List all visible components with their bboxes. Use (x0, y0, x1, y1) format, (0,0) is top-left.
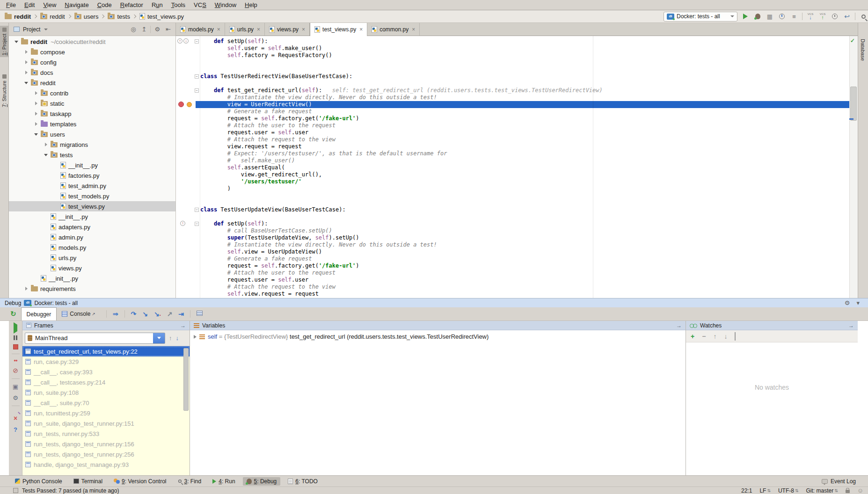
debug-tab-debugger[interactable]: Debugger (21, 307, 57, 320)
code-line[interactable]: request = self.factory.get('/fake-url') (200, 262, 849, 269)
toolwindow-terminal[interactable]: Terminal (70, 477, 106, 486)
toolwindow-event-log[interactable]: Event Log (831, 478, 856, 485)
stack-frame[interactable]: run, suite.py:108 (22, 387, 190, 398)
running-processes-button[interactable]: ≡ (790, 12, 798, 21)
intention-bulb-icon[interactable] (187, 102, 192, 107)
code-line[interactable] (200, 192, 849, 199)
move-watch-down-button[interactable]: ↓ (724, 333, 727, 340)
move-watch-up-button[interactable]: ↑ (713, 333, 716, 340)
stack-frame[interactable]: test_get_redirect_url, test_views.py:22 (22, 346, 190, 356)
code-line[interactable]: class TestUserRedirectView(BaseUserTestC… (200, 73, 849, 80)
run-button[interactable] (741, 12, 750, 21)
tree-item-__init__.py[interactable]: __init__.py (9, 273, 175, 283)
project-panel-title[interactable]: Project (23, 26, 40, 33)
tree-collapse-icon[interactable] (44, 153, 49, 157)
frame-up-button[interactable]: ↑ (169, 334, 172, 341)
stack-frame[interactable]: run_tests, runner.py:533 (22, 429, 190, 439)
profiler-button[interactable] (778, 12, 786, 21)
code-line[interactable]: view.request = request (200, 143, 849, 150)
menu-item-edit[interactable]: Edit (20, 0, 39, 9)
show-execution-point-button[interactable]: ⇒ (113, 310, 118, 318)
code-line[interactable] (200, 59, 849, 66)
code-line[interactable]: # Instantiate the view directly. Never d… (200, 241, 849, 248)
breadcrumb-item-users[interactable]: users (73, 13, 100, 20)
toolwindow-button-database[interactable]: Database (860, 39, 866, 61)
breadcrumb-item-reddit[interactable]: reddit (39, 13, 66, 20)
lock-icon[interactable] (846, 490, 850, 493)
menu-item-code[interactable]: Code (93, 0, 116, 9)
status-git-branch[interactable]: Git: master⇅ (806, 487, 838, 494)
mute-breakpoints-button[interactable]: ⊘ (13, 367, 18, 374)
evaluate-expression-button[interactable] (197, 311, 203, 317)
help-button[interactable]: ? (14, 426, 17, 433)
code-line[interactable]: request.user = self.user (200, 276, 849, 283)
tree-item-templates[interactable]: templates (9, 119, 175, 129)
duplicate-watch-button[interactable] (735, 333, 736, 340)
rerun-button[interactable]: ↻ (10, 310, 16, 318)
pause-button[interactable] (14, 335, 17, 340)
code-line[interactable]: class TestUserUpdateView(BaseUserTestCas… (200, 206, 849, 213)
step-out-button[interactable]: ↗ (167, 310, 173, 318)
stack-frame[interactable]: __call__, suite.py:70 (22, 398, 190, 408)
tree-item-test_models.py[interactable]: test_models.py (9, 191, 175, 201)
step-over-button[interactable]: ↷ (131, 310, 137, 318)
tree-collapse-icon[interactable] (24, 80, 29, 85)
fold-marker-icon[interactable]: − (195, 74, 199, 79)
close-tab-icon[interactable]: × (412, 26, 415, 33)
tree-item-migrations[interactable]: migrations (9, 139, 175, 150)
tree-item-static[interactable]: static (9, 98, 175, 109)
method-marker-icon[interactable]: ↑ (177, 38, 182, 44)
tree-item-reddit[interactable]: reddit~/cookiecutter/reddit (9, 36, 175, 47)
remove-watch-button[interactable]: − (702, 333, 706, 340)
code-line[interactable]: # self.make_user() (200, 157, 849, 164)
stop-button[interactable] (13, 344, 18, 349)
editor-tab-test_views.py[interactable]: test_views.py× (310, 23, 367, 36)
toolwindow-4-run[interactable]: 4: Run (209, 477, 239, 486)
tree-item-models.py[interactable]: models.py (9, 242, 175, 253)
code-line[interactable]: ) (200, 185, 849, 192)
toolwindow-3-find[interactable]: 3: Find (174, 477, 205, 486)
code-line[interactable] (200, 66, 849, 73)
locate-file-button[interactable]: ◎ (129, 26, 138, 33)
tree-item-taskapp[interactable]: taskapp (9, 109, 175, 119)
view-breakpoints-button[interactable]: ●● (14, 358, 17, 363)
tree-item-factories.py[interactable]: factories.py (9, 170, 175, 181)
menu-item-vcs[interactable]: VCS (190, 0, 211, 9)
status-caret-position[interactable]: 22:1 (741, 487, 752, 494)
debug-settings-button[interactable]: ⚙ (843, 299, 852, 306)
tree-expand-icon[interactable] (24, 286, 29, 291)
fold-marker-icon[interactable]: − (195, 222, 199, 226)
code-line[interactable]: # Attach the request to the view (200, 136, 849, 143)
step-into-button[interactable]: ↘ (142, 310, 148, 318)
code-line[interactable]: # Instantiate the view directly. Never d… (200, 94, 849, 101)
tree-item-contrib[interactable]: contrib (9, 88, 175, 98)
stack-frame[interactable]: run_suite, django_test_runner.py:151 (22, 418, 190, 429)
fold-marker-icon[interactable]: − (195, 39, 199, 44)
run-configuration-select[interactable]: di Docker: tests - all (664, 12, 737, 22)
code-line[interactable] (200, 199, 849, 206)
status-line-ending[interactable]: LF⇅ (759, 487, 771, 494)
code-line[interactable]: # Attach the request to the view (200, 283, 849, 291)
tree-expand-icon[interactable] (34, 111, 39, 116)
chevron-down-icon[interactable] (44, 29, 48, 30)
code-line[interactable]: self.view = UserUpdateView() (200, 248, 849, 255)
tree-collapse-icon[interactable] (34, 132, 39, 137)
close-tab-icon[interactable]: × (257, 26, 260, 33)
tree-expand-icon[interactable] (34, 91, 39, 95)
fold-marker-icon[interactable]: − (195, 208, 199, 212)
tree-expand-icon[interactable] (24, 70, 29, 75)
code-line[interactable]: def setUp(self): (200, 220, 849, 227)
code-line[interactable]: self.view.request = request (200, 291, 849, 298)
debug-tab-console[interactable]: Console↗ (57, 307, 101, 320)
tree-item-admin.py[interactable]: admin.py (9, 232, 175, 242)
toolwindow-button-1-project[interactable]: 1: Project (0, 26, 8, 57)
debug-button[interactable] (753, 12, 762, 21)
debugger-settings-button[interactable]: ⚙ (13, 394, 18, 401)
tree-item-adapters.py[interactable]: adapters.py (9, 222, 175, 232)
rollback-button[interactable]: ↩ (843, 12, 851, 21)
toolwindow-6-todo[interactable]: 6: TODO (284, 477, 321, 486)
tree-collapse-icon[interactable] (14, 39, 20, 44)
tree-item-views.py[interactable]: views.py (9, 263, 175, 273)
thread-combo[interactable]: MainThread (25, 333, 165, 344)
tree-item-test_admin.py[interactable]: test_admin.py (9, 181, 175, 191)
